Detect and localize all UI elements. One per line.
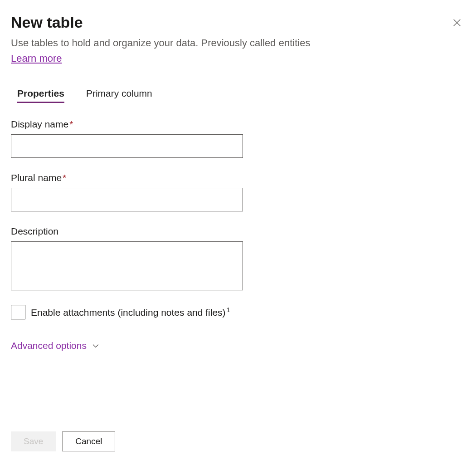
advanced-options-toggle[interactable]: Advanced options: [11, 340, 100, 351]
tab-list: Properties Primary column: [11, 88, 465, 103]
display-name-label: Display name*: [11, 119, 465, 130]
description-label: Description: [11, 226, 465, 237]
cancel-button[interactable]: Cancel: [62, 431, 115, 451]
tab-primary-column[interactable]: Primary column: [86, 88, 152, 103]
page-subtitle: Use tables to hold and organize your dat…: [11, 37, 451, 50]
close-button[interactable]: [451, 16, 463, 29]
required-indicator: *: [69, 119, 73, 129]
enable-attachments-label: Enable attachments (including notes and …: [31, 306, 230, 318]
description-input[interactable]: [11, 241, 243, 290]
plural-name-input[interactable]: [11, 188, 243, 211]
page-title: New table: [11, 14, 451, 31]
tab-properties[interactable]: Properties: [17, 88, 64, 103]
chevron-down-icon: [91, 341, 100, 350]
enable-attachments-checkbox[interactable]: [11, 305, 25, 319]
display-name-input[interactable]: [11, 134, 243, 158]
footnote-marker: 1: [227, 306, 230, 313]
close-icon: [452, 18, 462, 28]
plural-name-label: Plural name*: [11, 172, 465, 183]
save-button[interactable]: Save: [11, 431, 56, 451]
required-indicator: *: [63, 172, 66, 183]
learn-more-link[interactable]: Learn more: [11, 53, 62, 64]
